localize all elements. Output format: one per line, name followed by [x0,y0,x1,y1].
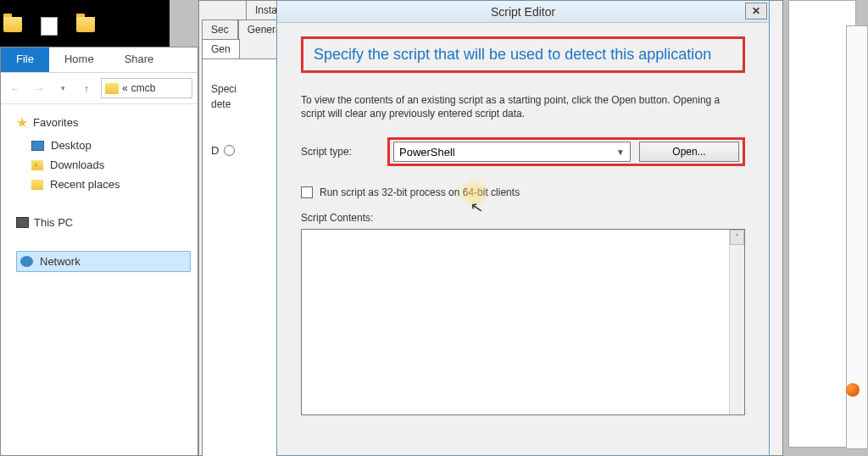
address-field[interactable]: « cmcb [101,78,192,98]
radio-option[interactable]: D [211,144,286,157]
nav-up-button[interactable]: ↑ [77,79,96,97]
nav-item-desktop[interactable]: Desktop [16,136,191,155]
detect-label-partial: dete [211,98,286,110]
nav-item-recent-places[interactable]: Recent places [16,175,191,194]
chevron-down-icon: ▼ [616,147,625,157]
script-type-label: Script type: [301,146,374,158]
downloads-icon [31,160,43,170]
vertical-scrollbar[interactable]: ˄ [729,230,744,414]
favorites-label: Favorites [33,116,78,129]
checkbox-icon[interactable] [301,186,313,198]
script-type-select[interactable]: PowerShell ▼ [393,142,631,162]
navigation-pane: ★ Favorites Desktop Downloads Recent pla… [1,104,198,455]
nav-forward-button[interactable]: → [30,79,48,97]
dialog-description: To view the contents of an existing scri… [301,93,745,120]
ribbon-file-tab[interactable]: File [1,47,49,72]
breadcrumb-prefix: « [122,82,128,94]
scroll-track[interactable] [730,245,744,414]
nav-item-label: Desktop [51,139,92,152]
breadcrumb-folder-icon [105,83,119,94]
recent-places-icon [31,180,43,190]
folder-icon[interactable] [3,17,22,32]
address-bar: ← → ▾ ↑ « cmcb [1,73,198,104]
radio-icon [224,145,235,156]
tab-general-active[interactable]: Gen [202,39,240,58]
run-32bit-checkbox-row[interactable]: Run script as 32-bit process on 64-bit c… [301,186,745,198]
dialog-titlebar[interactable]: Script Editor ✕ [277,1,769,23]
nav-item-label: Downloads [50,158,104,171]
nav-item-label: Network [40,255,81,268]
scroll-up-button[interactable]: ˄ [730,230,744,245]
this-pc-label: This PC [34,216,73,229]
heading-highlight-box: Specify the script that will be used to … [301,36,745,73]
close-icon: ✕ [752,5,760,17]
desktop-icon [31,141,44,151]
radio-label-partial: D [211,144,219,157]
tab-security[interactable]: Sec [202,19,238,39]
nav-item-downloads[interactable]: Downloads [16,155,191,175]
dialog-title: Script Editor [491,5,555,19]
documents-icon[interactable] [41,17,58,36]
network-icon [20,256,33,267]
script-editor-dialog: Script Editor ✕ Specify the script that … [276,0,770,456]
nav-item-label: Recent places [50,178,120,191]
warning-badge-icon [846,383,860,397]
favorites-group[interactable]: ★ Favorites [16,114,191,131]
script-contents-label: Script Contents: [301,212,745,224]
script-type-value: PowerShell [399,146,455,158]
ribbon-tabs: File Home Share [1,47,198,73]
script-type-highlight-box: PowerShell ▼ Open... [387,137,745,166]
specify-label-partial: Speci [211,83,286,95]
dialog-heading: Specify the script that will be used to … [314,46,732,64]
script-type-row: Script type: PowerShell ▼ Open... [301,137,745,166]
nav-item-network[interactable]: Network [16,251,191,272]
nav-dropdown[interactable]: ▾ [53,79,72,97]
file-explorer-window: File Home Share ← → ▾ ↑ « cmcb ★ Favorit… [0,47,198,456]
textarea-inner[interactable] [302,230,729,414]
checkbox-label: Run script as 32-bit process on 64-bit c… [320,186,520,198]
pc-icon [16,217,29,228]
folder-icon[interactable] [76,17,95,32]
ribbon-share-tab[interactable]: Share [109,47,170,72]
open-button[interactable]: Open... [639,142,739,162]
star-icon: ★ [16,114,28,131]
ribbon-home-tab[interactable]: Home [49,47,109,72]
script-contents-textarea[interactable]: ˄ [301,229,745,415]
close-button[interactable]: ✕ [745,3,767,19]
desktop-icons-row [3,17,95,36]
dialog-body: Specify the script that will be used to … [277,23,769,455]
nav-back-button[interactable]: ← [6,79,25,97]
this-pc-group[interactable]: This PC [16,216,191,229]
breadcrumb-text: cmcb [131,82,156,94]
